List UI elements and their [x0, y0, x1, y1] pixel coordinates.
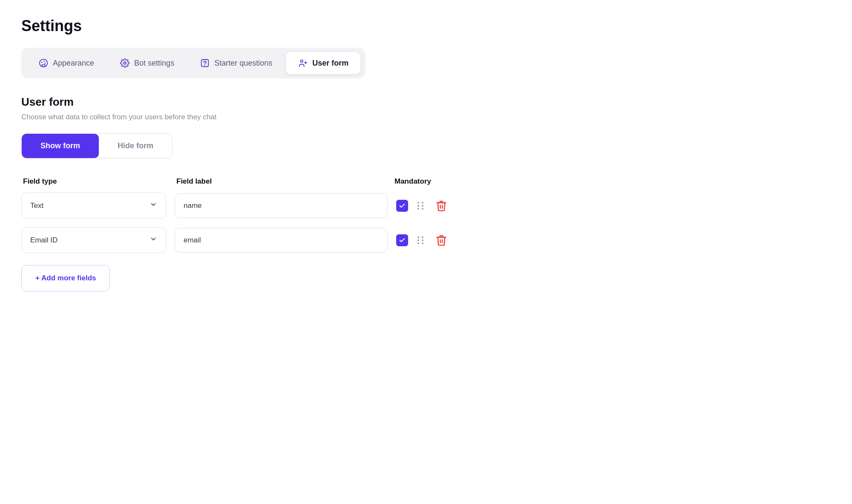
table-row: Text [21, 193, 447, 219]
drag-dot [422, 202, 423, 204]
section-description: Choose what data to collect from your us… [21, 113, 831, 121]
svg-point-2 [43, 60, 45, 62]
fields-table: Field type Field label Mandatory Text [21, 177, 447, 253]
tab-user-form-label: User form [312, 59, 348, 68]
svg-point-1 [41, 62, 43, 63]
drag-handle-1[interactable] [416, 200, 426, 211]
field-type-value-1: Text [30, 202, 43, 210]
svg-point-0 [40, 59, 47, 67]
drag-dot [422, 242, 423, 244]
delete-row-2-button[interactable] [434, 233, 449, 248]
drag-handle-2[interactable] [416, 235, 426, 246]
question-icon [200, 58, 210, 68]
form-toggle: Show form Hide form [21, 133, 173, 158]
drag-dot [422, 236, 423, 238]
drag-dot [422, 205, 423, 207]
tab-starter-questions[interactable]: Starter questions [188, 52, 284, 74]
field-label-input-2[interactable] [175, 228, 388, 253]
page-title: Settings [21, 17, 831, 35]
tabs-nav: Appearance Bot settings Starter question… [21, 48, 366, 78]
svg-point-6 [205, 65, 205, 65]
field-actions-2 [396, 233, 447, 248]
gear-icon [120, 58, 130, 68]
svg-point-7 [301, 60, 303, 63]
tab-appearance[interactable]: Appearance [26, 52, 106, 74]
header-field-label: Field label [176, 177, 386, 186]
chevron-down-icon [150, 201, 157, 210]
tab-bot-settings-label: Bot settings [134, 59, 174, 68]
field-type-value-2: Email ID [30, 236, 58, 245]
drag-dot [417, 239, 419, 241]
user-form-icon [298, 58, 308, 68]
drag-dot [417, 236, 419, 238]
drag-dot [417, 202, 419, 204]
chevron-down-icon [150, 235, 157, 245]
drag-dot [417, 242, 419, 244]
delete-row-1-button[interactable] [434, 198, 449, 213]
table-row: Email ID [21, 227, 447, 253]
tab-bot-settings[interactable]: Bot settings [108, 52, 186, 74]
drag-dot [422, 208, 423, 210]
drag-dot [422, 239, 423, 241]
drag-dot [417, 208, 419, 210]
tab-starter-questions-label: Starter questions [214, 59, 272, 68]
hide-form-button[interactable]: Hide form [99, 134, 172, 158]
tab-appearance-label: Appearance [53, 59, 94, 68]
section-title: User form [21, 95, 831, 109]
drag-dot [417, 205, 419, 207]
field-actions-1 [396, 198, 447, 213]
mandatory-checkbox-1[interactable] [396, 200, 408, 212]
user-form-section: User form Choose what data to collect fr… [21, 95, 831, 291]
header-field-type: Field type [23, 177, 168, 186]
add-more-fields-button[interactable]: + Add more fields [21, 265, 110, 291]
tab-user-form[interactable]: User form [286, 52, 360, 74]
fields-header: Field type Field label Mandatory [21, 177, 447, 186]
field-type-select-1[interactable]: Text [21, 193, 166, 219]
svg-point-3 [44, 63, 46, 64]
mandatory-checkbox-2[interactable] [396, 234, 408, 246]
palette-icon [38, 58, 49, 68]
show-form-button[interactable]: Show form [22, 134, 99, 158]
field-label-input-1[interactable] [175, 193, 388, 218]
svg-point-4 [124, 62, 126, 64]
header-mandatory: Mandatory [394, 177, 446, 186]
field-type-select-2[interactable]: Email ID [21, 227, 166, 253]
